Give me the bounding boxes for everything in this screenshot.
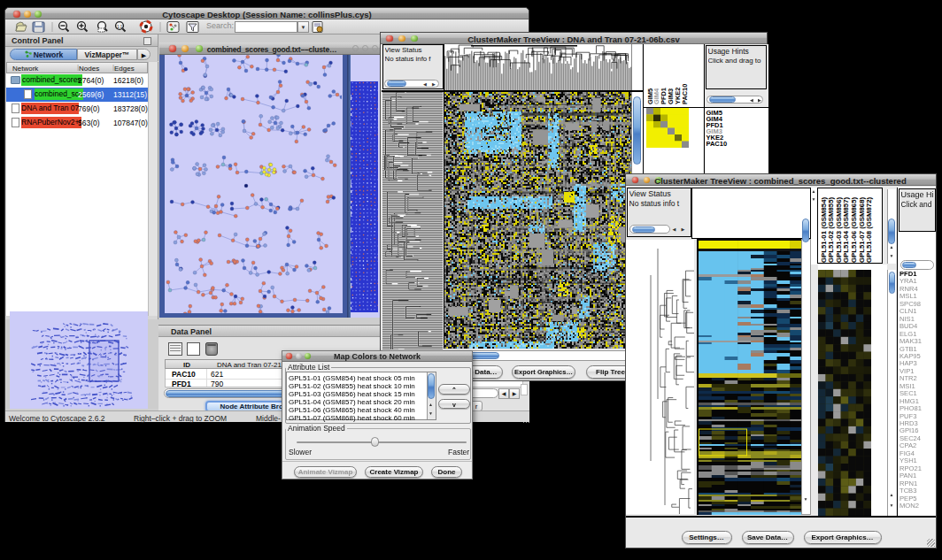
svg-text:1:1: 1:1	[117, 25, 123, 29]
